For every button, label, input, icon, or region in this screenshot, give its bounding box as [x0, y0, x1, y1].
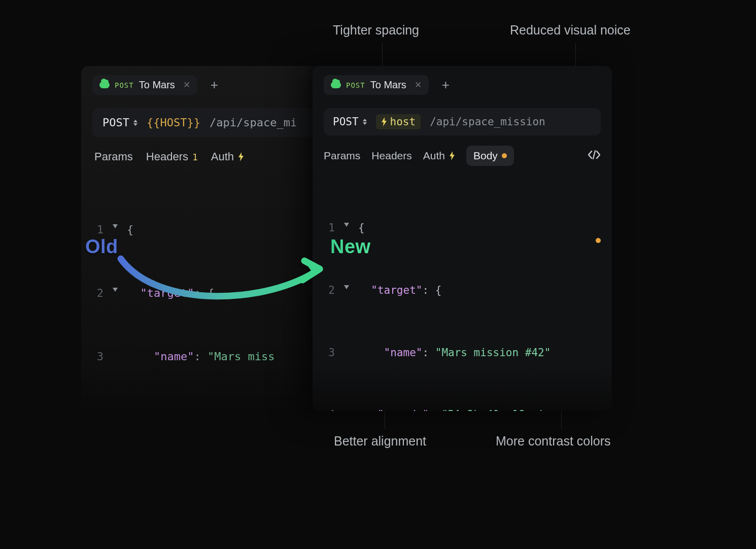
line-marker-dot-icon — [596, 238, 601, 243]
tab-body[interactable]: Body — [466, 146, 514, 166]
line-number: 4 — [322, 404, 335, 411]
code-text: "coords": "RA 2h — [127, 410, 261, 411]
tab-params[interactable]: Params — [94, 150, 133, 163]
new-tab-button[interactable]: + — [438, 75, 454, 95]
code-view-button[interactable] — [588, 150, 601, 162]
bolt-icon — [449, 151, 455, 160]
method-select[interactable]: POST — [333, 116, 367, 128]
url-path: /api/space_mi — [210, 116, 297, 129]
tab-title: To Mars — [139, 79, 175, 91]
annotation-better-alignment: Better alignment — [334, 434, 426, 449]
code-text: "name": "Mars miss — [127, 346, 274, 367]
tab-title: To Mars — [370, 79, 406, 91]
code-text: { — [358, 218, 365, 238]
badge-new: New — [330, 236, 371, 258]
tab-params[interactable]: Params — [324, 150, 360, 162]
line-number: 4 — [90, 410, 104, 411]
close-icon[interactable]: ✕ — [411, 80, 422, 90]
code-text: { — [127, 219, 133, 241]
fold-icon[interactable] — [344, 223, 349, 227]
fold-icon[interactable] — [113, 224, 118, 228]
badge-old: Old — [85, 236, 118, 258]
tab-bar: POST To Mars ✕ + — [81, 66, 325, 100]
annotation-reduced-noise: Reduced visual noice — [510, 23, 631, 38]
tab-bar: POST To Mars ✕ + — [313, 66, 612, 100]
tab-headers-label: Headers — [146, 150, 188, 163]
bolt-icon — [381, 117, 387, 126]
method-label: POST — [333, 116, 359, 128]
tab-to-mars[interactable]: POST To Mars ✕ — [324, 75, 429, 95]
line-number: 1 — [322, 218, 335, 238]
headers-count: 1 — [192, 152, 198, 162]
method-label: POST — [102, 116, 129, 129]
line-number: 3 — [90, 346, 104, 367]
method-select[interactable]: POST — [102, 116, 138, 129]
host-label: host — [390, 116, 416, 128]
host-variable-chip[interactable]: host — [376, 114, 421, 129]
tab-method: POST — [346, 81, 365, 89]
url-variable: {{HOST}} — [147, 116, 200, 129]
tab-body-label: Body — [473, 150, 498, 162]
annotation-tighter-spacing: Tighter spacing — [333, 23, 419, 38]
annotation-more-contrast: More contrast colors — [496, 434, 610, 449]
tab-method: POST — [115, 81, 134, 89]
line-number: 3 — [322, 342, 335, 363]
updown-icon — [363, 119, 367, 125]
code-text: "name": "Mars mission #42" — [358, 342, 551, 363]
code-text: "target": { — [358, 280, 441, 301]
request-subtabs: Params Headers 1 Auth — [81, 137, 325, 169]
cloud-icon — [331, 82, 341, 88]
fold-icon[interactable] — [344, 285, 349, 289]
tab-headers[interactable]: Headers — [371, 150, 411, 162]
code-editor-new[interactable]: 1{ 2 "target": { 3 "name": "Mars mission… — [313, 171, 612, 411]
bolt-icon — [238, 152, 244, 161]
updown-icon — [133, 120, 138, 126]
url-bar[interactable]: POST host /api/space_mission — [324, 108, 601, 135]
tab-auth[interactable]: Auth — [211, 150, 244, 163]
close-icon[interactable]: ✕ — [180, 80, 190, 90]
url-bar[interactable]: POST {{HOST}}/api/space_mi — [92, 108, 314, 137]
arrow-icon — [117, 238, 335, 310]
cloud-icon — [99, 82, 110, 88]
tab-auth[interactable]: Auth — [423, 150, 455, 162]
line-number: 2 — [90, 283, 104, 304]
tab-to-mars[interactable]: POST To Mars ✕ — [92, 75, 197, 95]
tab-auth-label: Auth — [423, 150, 445, 162]
tab-auth-label: Auth — [211, 150, 234, 163]
tab-headers[interactable]: Headers 1 — [146, 150, 198, 163]
url-path: /api/space_mission — [430, 116, 545, 128]
request-subtabs: Params Headers Auth Body — [313, 135, 612, 171]
unsaved-dot-icon — [502, 153, 507, 158]
code-text: "coords": "RA 2h 49m 18s | — [358, 404, 544, 411]
new-tab-button[interactable]: + — [207, 75, 222, 95]
